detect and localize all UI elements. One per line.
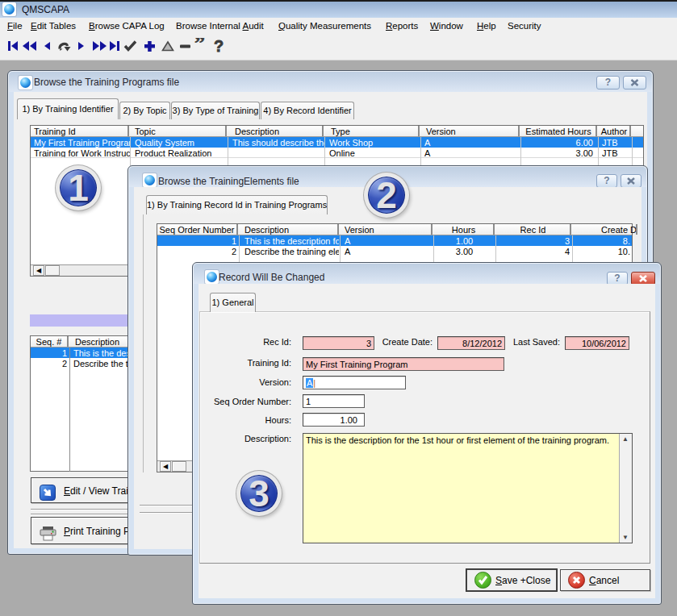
svg-text:?: ? [214, 38, 224, 54]
svg-text:”: ” [194, 38, 205, 54]
